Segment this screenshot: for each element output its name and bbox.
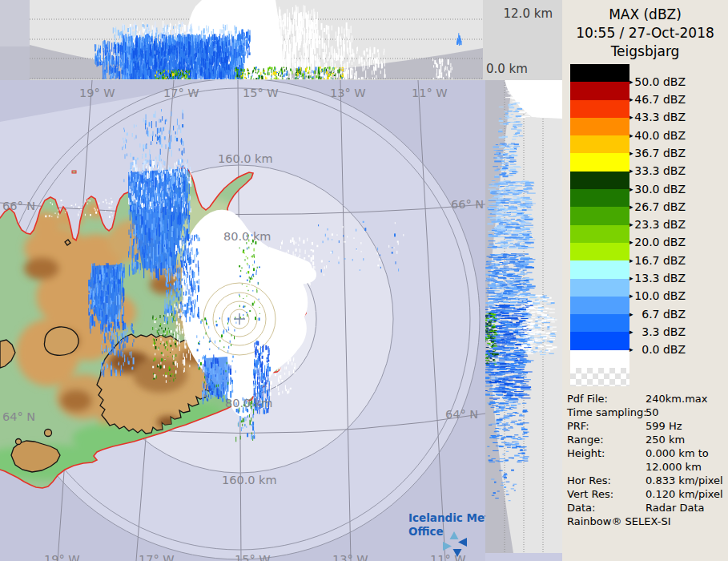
svg-text:66° N: 66° N: [2, 200, 35, 212]
svg-text:Office: Office: [408, 525, 444, 538]
legend-entry: ▸0.0 dBZ: [629, 343, 726, 356]
top-left-corner-strip: [0, 0, 30, 80]
legend-entry: ▸23.3 dBZ: [629, 218, 726, 231]
radar-application-window: 12.0 km 0.0 km: [0, 0, 728, 561]
info-row: Pdf File:240km.max: [567, 393, 728, 405]
transparency-checker: [570, 368, 629, 386]
legend-entry: ▸3.3 dBZ: [629, 325, 726, 338]
info-row: Hor Res:0.833 km/pixel: [567, 474, 728, 486]
legend-entry: ▸36.7 dBZ: [629, 147, 726, 159]
svg-text:Icelandic Met: Icelandic Met: [408, 511, 485, 524]
legend-entry: ▸40.0 dBZ: [629, 129, 726, 142]
svg-text:11° W: 11° W: [412, 87, 448, 99]
svg-text:17° W: 17° W: [139, 553, 175, 561]
panel-axis-labels-area: 12.0 km 0.0 km: [483, 0, 562, 80]
svg-text:19° W: 19° W: [44, 553, 80, 561]
info-row: Range:250 km: [567, 434, 728, 446]
svg-text:15° W: 15° W: [243, 87, 279, 99]
software-name: Rainbow® SELEX-SI: [567, 515, 671, 527]
svg-text:64° N: 64° N: [2, 410, 35, 423]
legend-entry: ▸20.0 dBZ: [629, 236, 726, 248]
info-row: Time sampling:50: [567, 406, 728, 418]
svg-text:80.0 km: 80.0 km: [223, 230, 271, 243]
svg-text:66° N: 66° N: [451, 198, 484, 211]
legend-entry: ▸46.7 dBZ: [629, 93, 726, 106]
svg-text:17° W: 17° W: [163, 87, 199, 99]
datetime-label: 10:55 / 27-Oct-2018: [562, 24, 728, 42]
info-row: PRF:599 Hz: [567, 420, 728, 432]
svg-text:13° W: 13° W: [330, 87, 366, 99]
info-row: Height:0.000 km to: [567, 447, 728, 459]
legend-entry: ▸33.3 dBZ: [629, 164, 726, 177]
legend-sidebar: MAX (dBZ) 10:55 / 27-Oct-2018 Teigsbjarg…: [562, 0, 728, 561]
legend-entry: ▸16.7 dBZ: [629, 254, 726, 267]
legend-entry: ▸13.3 dBZ: [629, 272, 726, 285]
svg-text:80.0 km: 80.0 km: [225, 397, 272, 410]
svg-text:160.0 km: 160.0 km: [222, 474, 277, 486]
legend-entry: ▸43.3 dBZ: [629, 111, 726, 123]
svg-text:13° W: 13° W: [332, 553, 368, 561]
svg-text:15° W: 15° W: [235, 553, 271, 561]
dbz-color-scale: [570, 64, 629, 368]
map-bottom-strip: [485, 553, 562, 561]
svg-text:19° W: 19° W: [79, 87, 115, 99]
top-panel-max-height-label: 12.0 km: [504, 6, 553, 21]
legend-entry: ▸26.7 dBZ: [629, 200, 726, 213]
legend-entry: ▸6.7 dBZ: [629, 308, 726, 321]
legend-entry: ▸10.0 dBZ: [629, 289, 726, 302]
station-name: Teigsbjarg: [562, 42, 728, 61]
svg-text:11° W: 11° W: [430, 553, 466, 561]
svg-text:64° N: 64° N: [445, 408, 478, 421]
svg-text:160.0 km: 160.0 km: [218, 152, 273, 165]
right-cross-section-panel: [485, 80, 562, 553]
info-row: Vert Res:0.120 km/pixel: [567, 488, 728, 500]
top-panel-min-height-label: 0.0 km: [486, 62, 528, 76]
legend-entry: ▸50.0 dBZ: [629, 75, 726, 88]
info-row: Data:Radar Data: [567, 502, 728, 514]
product-title: MAX (dBZ): [562, 6, 728, 24]
top-cross-section-panel: [30, 0, 483, 79]
legend-entry: ▸30.0 dBZ: [629, 183, 726, 196]
radar-map[interactable]: 19° W 17° W 15° W 13° W 11° W 19° W 17° …: [0, 80, 485, 561]
